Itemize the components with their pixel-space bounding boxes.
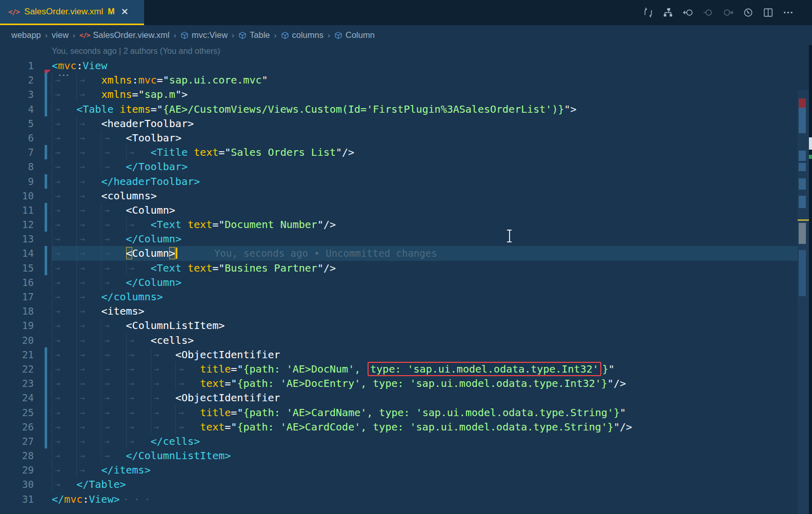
code-content[interactable]: →→xmlns:mvc="sap.ui.core.mvc" xyxy=(52,73,798,87)
code-line[interactable]: 21→→→→→<ObjectIdentifier xyxy=(0,347,798,362)
line-number[interactable]: 4 xyxy=(28,102,34,116)
code-content[interactable]: →→→→<Text text="Document Number"/> xyxy=(52,217,798,232)
line-number[interactable]: 2 xyxy=(28,73,34,87)
commit-graph-icon[interactable] xyxy=(662,6,675,19)
line-number[interactable]: 24 xyxy=(22,390,34,405)
code-content[interactable]: </mvc:View>··· xyxy=(52,492,798,506)
more-actions-icon[interactable] xyxy=(782,6,795,19)
code-content[interactable]: →</Table> xyxy=(52,477,798,491)
code-line[interactable]: 1<mvc:View••• xyxy=(0,58,798,73)
code-line[interactable]: 8→→→</Toolbar> xyxy=(0,159,798,174)
code-line[interactable]: 19→→→<ColumnListItem> xyxy=(0,318,798,333)
close-icon[interactable]: ✕ xyxy=(121,7,129,16)
tab-salesorder-view-xml[interactable]: </> SalesOrder.view.xml M ✕ xyxy=(0,0,144,25)
line-number[interactable]: 20 xyxy=(22,333,34,347)
split-editor-icon[interactable] xyxy=(762,6,775,19)
line-number[interactable]: 27 xyxy=(22,434,34,448)
breadcrumb-item-column[interactable]: Column xyxy=(334,30,375,40)
code-line[interactable]: 27→→→→</cells> xyxy=(0,434,798,448)
line-number[interactable]: 23 xyxy=(22,376,34,390)
next-change-icon[interactable] xyxy=(722,6,735,19)
code-line[interactable]: 3→→xmlns="sap.m"> xyxy=(0,87,798,101)
code-line[interactable]: 15→→→→<Text text="Busines Partner"/> xyxy=(0,261,798,275)
scrollbar-thumb[interactable] xyxy=(799,223,806,244)
open-change-icon[interactable] xyxy=(702,6,715,19)
line-number[interactable]: 11 xyxy=(22,203,34,217)
code-line[interactable]: 26→→→→→→text="{path: 'AE>CardCode', type… xyxy=(0,420,798,434)
line-number[interactable]: 26 xyxy=(22,420,34,434)
code-line[interactable]: 16→→→</Column> xyxy=(0,275,798,290)
code-line[interactable]: 31</mvc:View>··· xyxy=(0,492,798,506)
line-number[interactable]: 5 xyxy=(28,116,34,131)
git-compare-icon[interactable] xyxy=(642,6,655,19)
code-content[interactable]: →→xmlns="sap.m"> xyxy=(52,87,798,101)
line-number[interactable]: 1 xyxy=(28,58,34,73)
line-number[interactable]: 16 xyxy=(22,275,34,290)
code-content[interactable]: →→→→→<ObjectIdentifier xyxy=(52,347,798,362)
code-content[interactable]: →→<items> xyxy=(52,304,798,318)
code-line[interactable]: 5→→<headerToolbar> xyxy=(0,116,798,131)
code-line[interactable]: 11→→→<Column> xyxy=(0,203,798,217)
code-line[interactable]: 4→<Table items="{AE>/CustomViews/Views.C… xyxy=(0,102,798,116)
line-number[interactable]: 8 xyxy=(28,159,34,174)
code-content[interactable]: →→→→→<ObjectIdentifier xyxy=(52,390,798,405)
line-number[interactable]: 3 xyxy=(28,87,34,101)
line-number[interactable]: 9 xyxy=(28,174,34,189)
line-number[interactable]: 22 xyxy=(22,362,34,376)
line-number[interactable]: 25 xyxy=(22,405,34,420)
line-number[interactable]: 10 xyxy=(22,189,34,203)
code-content[interactable]: →→→→</cells> xyxy=(52,434,798,448)
code-content[interactable]: →→</columns> xyxy=(52,290,798,304)
code-content[interactable]: →→→→→→text="{path: 'AE>DocEntry', type: … xyxy=(52,376,798,390)
code-line[interactable]: 23→→→→→→text="{path: 'AE>DocEntry', type… xyxy=(0,376,798,390)
code-line[interactable]: 22→→→→→→title="{path: 'AE>DocNum', type:… xyxy=(0,362,798,376)
line-number[interactable]: 13 xyxy=(22,232,34,246)
code-content[interactable]: →→→→<Title text="Sales Orders List"/> xyxy=(52,145,798,159)
line-number[interactable]: 12 xyxy=(22,217,34,232)
code-line[interactable]: 28→→→</ColumnListItem> xyxy=(0,448,798,463)
code-line[interactable]: 24→→→→→<ObjectIdentifier xyxy=(0,390,798,405)
code-content[interactable]: →→→→→→title="{path: 'AE>DocNum', type: '… xyxy=(52,362,798,376)
breadcrumb-item-mvc-view[interactable]: mvc:View xyxy=(180,30,228,40)
code-line[interactable]: 14→→→<Column>You, seconds ago • Uncommit… xyxy=(0,246,798,260)
code-content[interactable]: →→→<Toolbar> xyxy=(52,131,798,145)
code-content[interactable]: →→→</Toolbar> xyxy=(52,159,798,174)
scrollbar-overview-ruler[interactable] xyxy=(798,90,809,514)
line-number[interactable]: 7 xyxy=(28,145,34,159)
line-number[interactable]: 6 xyxy=(28,131,34,145)
code-line[interactable]: 9→→</headerToolbar> xyxy=(0,174,798,189)
code-content[interactable]: →→<headerToolbar> xyxy=(52,116,798,131)
line-number[interactable]: 21 xyxy=(22,347,34,362)
code-content[interactable]: →→→→<cells> xyxy=(52,333,798,347)
line-number[interactable]: 30 xyxy=(22,477,34,491)
code-line[interactable]: 20→→→→<cells> xyxy=(0,333,798,347)
code-content[interactable]: →→<columns> xyxy=(52,189,798,203)
line-number[interactable]: 17 xyxy=(22,290,34,304)
previous-change-icon[interactable] xyxy=(682,6,695,19)
code-content[interactable]: <mvc:View••• xyxy=(52,58,798,73)
line-number[interactable]: 19 xyxy=(22,318,34,333)
code-line[interactable]: 25→→→→→→title="{path: 'AE>CardName', typ… xyxy=(0,405,798,420)
code-content[interactable]: →→→→→→text="{path: 'AE>CardCode', type: … xyxy=(52,420,798,434)
code-line[interactable]: 12→→→→<Text text="Document Number"/> xyxy=(0,217,798,232)
code-line[interactable]: 10→→<columns> xyxy=(0,189,798,203)
code-line[interactable]: 6→→→<Toolbar> xyxy=(0,131,798,145)
line-number[interactable]: 18 xyxy=(22,304,34,318)
code-line[interactable]: 2→→xmlns:mvc="sap.ui.core.mvc" xyxy=(0,73,798,87)
code-editor[interactable]: You, seconds ago | 2 authors (You and ot… xyxy=(0,45,812,514)
code-line[interactable]: 29→→</items> xyxy=(0,463,798,477)
file-history-icon[interactable] xyxy=(742,6,755,19)
line-number[interactable]: 28 xyxy=(22,448,34,463)
code-content[interactable]: →<Table items="{AE>/CustomViews/Views.Cu… xyxy=(52,102,798,116)
breadcrumb-item-columns[interactable]: columns xyxy=(281,30,323,40)
line-number[interactable]: 31 xyxy=(22,492,34,506)
code-content[interactable]: →→→→<Text text="Busines Partner"/> xyxy=(52,261,798,275)
code-line[interactable]: 7→→→→<Title text="Sales Orders List"/> xyxy=(0,145,798,159)
code-line[interactable]: 13→→→</Column> xyxy=(0,232,798,246)
breadcrumb-item-file[interactable]: </> SalesOrder.view.xml xyxy=(79,30,170,40)
breadcrumb-item-table[interactable]: Table xyxy=(238,30,270,40)
code-content[interactable]: →→→<ColumnListItem> xyxy=(52,318,798,333)
breadcrumb-item-webapp[interactable]: webapp xyxy=(11,30,41,40)
code-content[interactable]: →→→</Column> xyxy=(52,275,798,290)
code-content[interactable]: →→</headerToolbar> xyxy=(52,174,798,189)
